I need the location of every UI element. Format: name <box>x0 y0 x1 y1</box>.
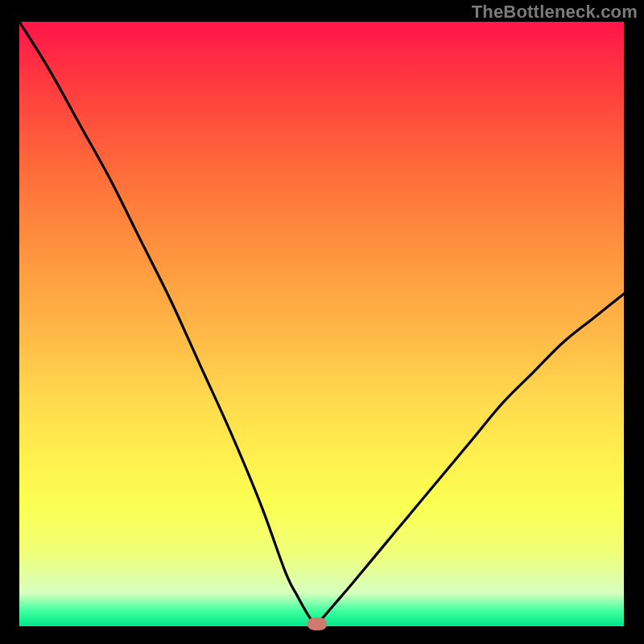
watermark-text: TheBottleneck.com <box>472 2 638 23</box>
bottleneck-curve-path <box>19 22 624 624</box>
plot-area <box>19 22 624 626</box>
minimum-marker <box>308 617 327 630</box>
curve-svg <box>19 22 624 626</box>
chart-frame: TheBottleneck.com <box>0 0 644 644</box>
